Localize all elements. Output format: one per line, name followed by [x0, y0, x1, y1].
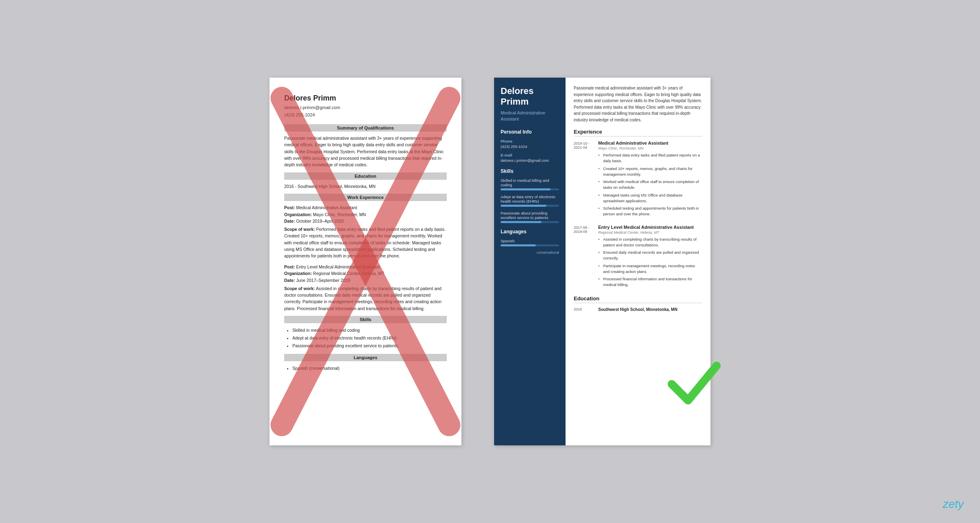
exp-content-2: Entry Level Medical Administrative Assis…: [598, 225, 702, 290]
left-resume: Delores Primm delores.r.primm@gmail.com …: [270, 78, 461, 445]
job2-date: June 2017–September 2019: [296, 278, 350, 283]
experience-section-title: Experience: [574, 129, 702, 136]
work-entry-1: Post: Medical Administrative Assistant O…: [284, 204, 447, 259]
right-summary: Passionate medical administrative assist…: [574, 85, 702, 123]
left-email: delores.r.primm@gmail.com: [284, 105, 340, 110]
exp-title-2: Entry Level Medical Administrative Assis…: [598, 225, 702, 230]
summary-text: Passionate medical administrative assist…: [284, 135, 447, 168]
resumes-wrapper: Delores Primm delores.r.primm@gmail.com …: [270, 78, 710, 445]
education-text: 2016 - Southwest High School, Minnetonka…: [284, 183, 447, 190]
work-header: Work Experience: [284, 194, 447, 201]
left-contact: delores.r.primm@gmail.com (423) 255-1024: [284, 104, 447, 118]
right-resume: Delores Primm Medical Administrative Ass…: [494, 78, 710, 445]
right-resume-outer: Delores Primm Medical Administrative Ass…: [494, 78, 710, 445]
skill-3: Passionate about providing excellent ser…: [292, 342, 447, 350]
right-name-line1: Delores: [501, 86, 534, 96]
lang-list: Spanish (conversational): [284, 364, 447, 372]
education-section-title: Education: [574, 295, 702, 303]
job2-org: Regional Medical Center, Helena, MT: [313, 271, 385, 276]
right-main: Passionate medical administrative assist…: [566, 78, 710, 445]
personal-info-title: Personal Info: [501, 129, 559, 135]
edu-school-1: Southwest High School, Minnetonka, MN: [598, 307, 677, 312]
skills-header: Skills: [284, 316, 447, 323]
left-name: Delores Primm: [284, 94, 447, 103]
languages-header: Languages: [284, 354, 447, 361]
right-sidebar: Delores Primm Medical Administrative Ass…: [494, 78, 566, 445]
sidebar-skill-1: Skilled in medical billing and coding: [501, 178, 559, 190]
email-value: delores.r.primm@gmail.com: [501, 158, 559, 163]
exp-bullets-1: Performed data entry tasks and filed pat…: [598, 152, 702, 217]
edu-entry-1: 2016 Southwest High School, Minnetonka, …: [574, 307, 702, 312]
skills-sidebar-title: Skills: [501, 168, 559, 174]
lang-1: Spanish (conversational): [292, 364, 447, 372]
left-resume-wrapper: Delores Primm delores.r.primm@gmail.com …: [270, 78, 461, 445]
phone-label: Phone: [501, 139, 559, 143]
exp-org-1: Mayo Clinic, Rochester, MN: [598, 146, 702, 150]
exp-entry-2: 2017-06 - 2019-09 Entry Level Medical Ad…: [574, 225, 702, 290]
sidebar-skill-2: Adept at data entry of electronic health…: [501, 194, 559, 207]
skill-2: Adept at data entry of electronic health…: [292, 334, 447, 342]
right-title: Medical Administrative Assistant: [501, 110, 559, 123]
exp-dates-2: 2017-06 - 2019-09: [574, 225, 598, 290]
phone-value: (423) 255-1024: [501, 144, 559, 149]
exp-title-1: Medical Administrative Assistant: [598, 141, 702, 145]
edu-year-1: 2016: [574, 307, 598, 312]
job2-post: Entry Level Medical Administrative Assis…: [296, 264, 380, 269]
job1-date: October 2019–April 2020: [296, 219, 344, 224]
skills-list: Skilled in medical billing and coding Ad…: [284, 326, 447, 350]
work-entry-2: Post: Entry Level Medical Administrative…: [284, 264, 447, 312]
sidebar-lang-1: Spanish conversational: [501, 239, 559, 255]
education-header: Education: [284, 172, 447, 180]
job1-post: Medical Administrative Assistant: [296, 205, 357, 210]
languages-sidebar-title: Languages: [501, 229, 559, 235]
exp-dates-1: 2019-10 - 2021-04: [574, 141, 598, 219]
left-phone: (423) 255-1024: [284, 112, 315, 117]
job1-org: Mayo Clinic, Rochester, MN: [313, 212, 366, 217]
skill-1: Skilled in medical billing and coding: [292, 326, 447, 334]
zety-logo: zety: [943, 498, 964, 511]
exp-content-1: Medical Administrative Assistant Mayo Cl…: [598, 141, 702, 219]
right-name: Delores Primm: [501, 86, 559, 107]
exp-entry-1: 2019-10 - 2021-04 Medical Administrative…: [574, 141, 702, 219]
summary-header: Summary of Qualifications: [284, 124, 447, 132]
exp-bullets-2: Assisted in completing charts by transcr…: [598, 237, 702, 288]
exp-org-2: Regional Medical Center, Helena, MT: [598, 230, 702, 235]
right-name-line2: Primm: [501, 96, 528, 107]
email-label: E-mail: [501, 153, 559, 157]
sidebar-skill-3: Passionate about providing excellent ser…: [501, 211, 559, 223]
